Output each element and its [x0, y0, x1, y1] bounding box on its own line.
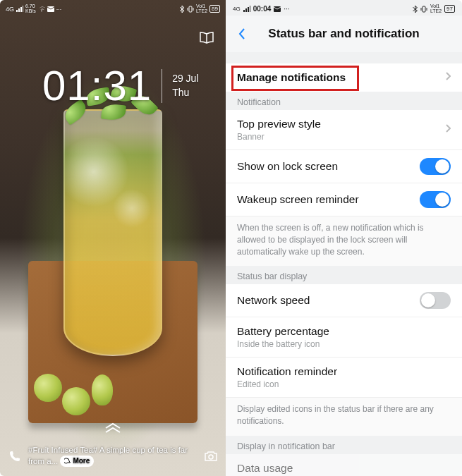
row-value: Inside the battery icon: [237, 339, 451, 349]
wallpaper-lime: [62, 387, 90, 415]
more-dots-icon: ···: [284, 5, 289, 13]
row-label: Data usage: [237, 462, 451, 475]
camera-icon[interactable]: [203, 448, 219, 464]
section-header-notif-bar: Display in notification bar: [226, 436, 462, 454]
row-value: Banner: [237, 132, 445, 142]
more-button[interactable]: More: [60, 456, 94, 467]
battery-icon: 89: [209, 5, 220, 13]
chevron-right-icon: [445, 71, 451, 84]
svg-rect-1: [189, 6, 192, 12]
phone-icon[interactable]: [7, 448, 23, 464]
clock-time: 01:31: [42, 61, 152, 110]
sim-label: Vol1 LTE2: [196, 4, 207, 13]
row-data-usage[interactable]: Data usage Network-enabled card: [226, 454, 462, 476]
sim-label: Vol1 LTE2: [430, 4, 442, 13]
row-label: Show on lock screen: [237, 160, 420, 173]
svg-rect-4: [423, 6, 425, 12]
mail-icon: [47, 6, 54, 12]
clock-divider: [162, 69, 162, 103]
helper-text: When the screen is off, a new notificati…: [226, 216, 462, 266]
helper-text: Display edited icons in the status bar i…: [226, 397, 462, 436]
battery-icon: 97: [444, 5, 455, 13]
lock-clock: 01:31 29 Jul Thu: [0, 16, 226, 110]
section-header-status-bar: Status bar display: [226, 266, 462, 284]
row-network-speed[interactable]: Network speed: [226, 284, 462, 317]
row-label: Top preview style: [237, 118, 445, 130]
speed-label: 6.70 KB/s: [25, 4, 36, 13]
row-label: Battery percentage: [237, 325, 451, 338]
section-header-notification: Notification: [226, 92, 462, 110]
row-label: Manage notifications: [237, 71, 445, 84]
lock-screen: 4G 6.70 KB/s ··· Vol1 LTE2 89 01:31 29 J…: [0, 0, 226, 476]
more-dots-icon: ···: [56, 6, 62, 13]
toggle-on[interactable]: [420, 158, 451, 175]
toggle-off[interactable]: [420, 292, 451, 309]
toggle-on[interactable]: [420, 191, 451, 208]
status-bar: 4G 00:04 ··· Vol1 LTE2 97: [226, 0, 462, 16]
clock-date: 29 Jul: [172, 72, 198, 86]
row-wakeup-screen-reminder[interactable]: Wakeup screen reminder: [226, 183, 462, 216]
status-bar: 4G 6.70 KB/s ··· Vol1 LTE2 89: [0, 0, 226, 16]
row-show-on-lock-screen[interactable]: Show on lock screen: [226, 149, 462, 183]
signal-icon: [243, 6, 250, 13]
row-label: Wakeup screen reminder: [237, 193, 420, 206]
wallpaper-lime: [34, 374, 62, 402]
bluetooth-icon: [179, 6, 185, 13]
row-top-preview-style[interactable]: Top preview style Banner: [226, 110, 462, 149]
wifi-icon: [38, 6, 45, 13]
row-label: Notification reminder: [237, 365, 451, 378]
vibrate-icon: [187, 6, 194, 13]
network-4g-label: 4G: [6, 6, 14, 13]
row-label: Network speed: [237, 294, 420, 307]
row-battery-percentage[interactable]: Battery percentage Inside the battery ic…: [226, 317, 462, 357]
status-time: 00:04: [253, 5, 272, 13]
wallpaper-glass: [63, 109, 162, 356]
swipe-up-icon[interactable]: [103, 420, 123, 437]
row-manage-notifications[interactable]: Manage notifications: [226, 63, 462, 92]
signal-icon: [16, 6, 23, 13]
clock-day: Thu: [172, 86, 198, 100]
chevron-right-icon: [445, 123, 451, 136]
vibrate-icon: [420, 6, 427, 13]
title-bar: Status bar and notification: [226, 16, 462, 52]
network-4g-label: 4G: [233, 6, 241, 12]
back-button[interactable]: [231, 28, 253, 40]
mail-icon: [274, 6, 281, 12]
bluetooth-icon: [413, 6, 418, 13]
svg-point-2: [209, 455, 213, 459]
settings-screen: 4G 00:04 ··· Vol1 LTE2 97 Status bar and…: [226, 0, 462, 476]
row-value: Edited icon: [237, 379, 451, 389]
wallpaper-caption: #Fruit Infused Tea# A simple cup of tea …: [28, 445, 197, 468]
row-notification-reminder[interactable]: Notification reminder Edited icon: [226, 357, 462, 397]
page-title: Status bar and notification: [253, 27, 435, 41]
wallpaper-lime-half: [92, 374, 113, 405]
